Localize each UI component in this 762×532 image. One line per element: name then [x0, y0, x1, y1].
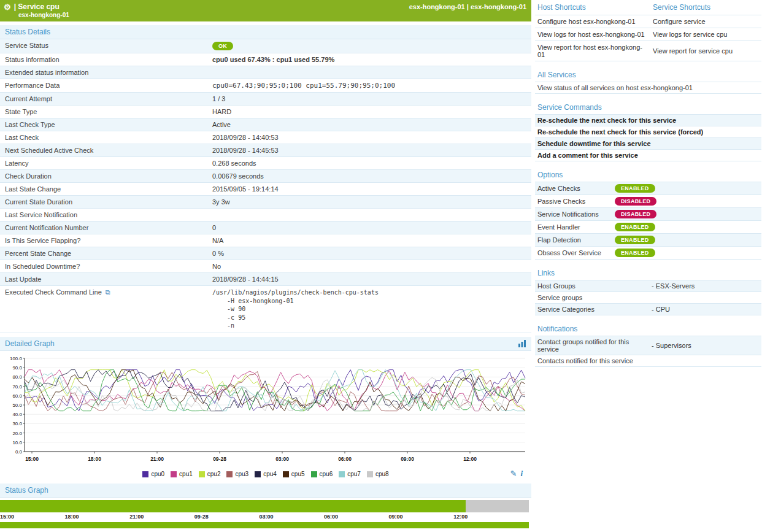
option-state-badge: ENABLED — [615, 184, 655, 193]
service-shortcut-link[interactable]: Configure service — [650, 15, 761, 28]
legend-label: cpu1 — [179, 471, 193, 477]
svg-text:21:00: 21:00 — [150, 456, 164, 462]
row-value: cpu0 used 67.43% : cpu1 used 55.79% — [207, 53, 531, 66]
row-value: 0 — [207, 222, 531, 234]
row-value: /usr/lib/nagios/plugins/check-bench-cpu-… — [207, 286, 531, 333]
link-label: Host Groups — [537, 282, 652, 290]
shortcuts-panel: Host Shortcuts Service Shortcuts Configu… — [531, 0, 762, 532]
row-value: 0.00679 seconds — [207, 170, 531, 183]
command-line-text: /usr/lib/nagios/plugins/check-bench-cpu-… — [212, 288, 526, 330]
legend-item-cpu2: cpu2 — [199, 471, 221, 477]
notifications-heading: Notifications — [535, 322, 761, 336]
row-label: Last State Change — [0, 183, 207, 196]
option-row: Passive ChecksDISABLED — [535, 195, 761, 208]
status-axis-label: 03:00 — [259, 514, 273, 520]
row-label: Last Service Notification — [0, 209, 207, 222]
legend-swatch-cpu4 — [255, 471, 261, 477]
option-label: Active Checks — [537, 185, 615, 192]
service-command-link[interactable]: Re-schedule the next check for this serv… — [535, 115, 761, 126]
state-empty-segment — [466, 500, 529, 512]
all-services-link[interactable]: View status of all services on host esx-… — [535, 82, 761, 94]
info-icon[interactable]: i — [520, 469, 523, 479]
legend-swatch-cpu5 — [283, 471, 289, 477]
status-row: Performance Datacpu0=67.43;90;95;0;100 c… — [0, 79, 531, 93]
svg-text:09-28: 09-28 — [213, 456, 226, 462]
status-row: Extended status information — [0, 66, 531, 79]
status-row: Current State Duration3y 3w — [0, 196, 531, 209]
link-row: Service groups — [535, 292, 761, 304]
link-value[interactable]: - CPU — [652, 306, 670, 313]
all-services-list: View status of all services on host esx-… — [535, 82, 761, 94]
status-details-heading-label: Status Details — [5, 28, 50, 36]
notifications-list: Contact groups notified for this service… — [535, 336, 761, 367]
shortcuts-table: Host Shortcuts Service Shortcuts Configu… — [535, 0, 761, 61]
notification-value[interactable]: - Supervisors — [652, 342, 691, 349]
row-value: 2018/09/28 - 14:44:15 — [207, 273, 531, 286]
status-details-table: Service StatusOKStatus informationcpu0 u… — [0, 39, 531, 333]
row-label: Current Attempt — [0, 93, 207, 106]
status-row: Last Check TypeActive — [0, 118, 531, 131]
links-list: Host Groups- ESX-ServersService groupsSe… — [535, 280, 761, 315]
status-axis-label: 09:00 — [389, 514, 403, 520]
detailed-graph-heading: Detailed Graph — [0, 337, 531, 351]
status-axis-label: 18:00 — [65, 514, 79, 520]
service-detail-panel: ⚙ | Service cpu esx-hongkong-01 esx-hong… — [0, 0, 531, 532]
notification-row: Contacts notified for this service — [535, 355, 761, 367]
option-state-badge: DISABLED — [615, 210, 656, 218]
status-axis-label: 15:00 — [0, 514, 14, 520]
link-value[interactable]: - ESX-Servers — [652, 282, 695, 290]
status-row: Check Duration0.00679 seconds — [0, 170, 531, 183]
svg-text:40.0: 40.0 — [12, 412, 22, 417]
row-label: Current State Duration — [0, 196, 207, 209]
svg-text:15:00: 15:00 — [25, 456, 39, 462]
service-shortcut-link[interactable]: View report for service cpu — [650, 41, 761, 61]
status-row: Service StatusOK — [0, 39, 531, 53]
status-row: Last State Change2015/09/05 - 19:14:14 — [0, 183, 531, 196]
status-graph-heading-label: Status Graph — [5, 486, 48, 495]
svg-text:30.0: 30.0 — [12, 421, 22, 426]
row-label: Current Notification Number — [0, 222, 207, 234]
service-shortcut-link[interactable]: View logs for service cpu — [650, 28, 761, 41]
status-axis-label: 12:00 — [453, 514, 468, 520]
svg-text:10.0: 10.0 — [12, 439, 22, 445]
legend-item-cpu0: cpu0 — [142, 471, 164, 477]
link-label: Service Categories — [537, 306, 652, 313]
command-expand-icon[interactable]: ⧉ — [104, 288, 110, 296]
row-label: Last Update — [0, 273, 207, 286]
option-label: Flap Detection — [537, 236, 615, 244]
row-label: Extended status information — [0, 66, 207, 79]
row-value: 2015/09/05 - 19:14:14 — [207, 183, 531, 196]
status-axis-label: 09-28 — [194, 514, 209, 520]
option-row: Service NotificationsDISABLED — [535, 208, 761, 221]
svg-text:06:00: 06:00 — [338, 456, 352, 462]
link-row: Host Groups- ESX-Servers — [535, 280, 761, 292]
option-state-badge: ENABLED — [615, 223, 655, 231]
legend-item-cpu4: cpu4 — [255, 471, 277, 477]
shortcut-row: Configure host esx-hongkong-01Configure … — [535, 15, 761, 28]
gear-icon[interactable]: ⚙ — [4, 3, 11, 11]
row-value: Active — [207, 118, 531, 131]
service-command-link[interactable]: Re-schedule the next check for this serv… — [535, 126, 761, 138]
legend-label: cpu3 — [235, 471, 248, 477]
legend-swatch-cpu3 — [226, 471, 233, 477]
legend-swatch-cpu8 — [367, 471, 373, 477]
svg-text:03:00: 03:00 — [275, 456, 289, 462]
host-shortcut-link[interactable]: View logs for host esx-hongkong-01 — [535, 28, 650, 41]
service-command-link[interactable]: Schedule downtime for this service — [535, 138, 761, 150]
notification-row: Contact groups notified for this service… — [535, 336, 761, 355]
bar-chart-icon[interactable] — [518, 340, 526, 347]
status-row: Last Update2018/09/28 - 14:44:15 — [0, 273, 531, 286]
row-label: Last Check — [0, 131, 207, 144]
host-shortcut-link[interactable]: View report for host esx-hongkong-01 — [535, 41, 650, 61]
legend-swatch-cpu2 — [199, 471, 205, 477]
svg-text:0.0: 0.0 — [15, 449, 23, 455]
service-command-link[interactable]: Add a comment for this service — [535, 150, 761, 161]
option-label: Obsess Over Service — [537, 249, 615, 256]
row-label: State Type — [0, 106, 207, 118]
host-shortcut-link[interactable]: Configure host esx-hongkong-01 — [535, 15, 650, 28]
edit-graph-icon[interactable]: ✎ — [510, 469, 517, 478]
notification-label: Contacts notified for this service — [537, 357, 652, 364]
header-host-links[interactable]: esx-hongkong-01 | esx-hongkong-01 — [409, 3, 526, 10]
svg-text:18:00: 18:00 — [88, 456, 101, 462]
host-subtitle-link[interactable]: esx-hongkong-01 — [18, 12, 526, 18]
